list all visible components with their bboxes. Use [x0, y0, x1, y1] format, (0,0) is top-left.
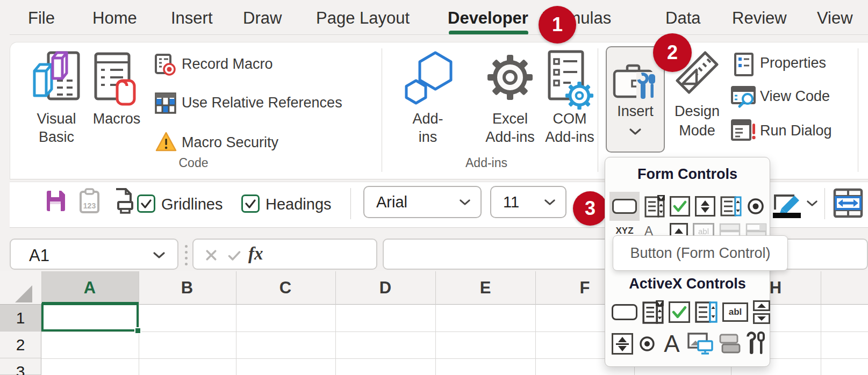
run-dialog-label[interactable]: Run Dialog	[760, 122, 832, 139]
step-badge-2: 2	[653, 33, 692, 72]
com-add-ins-label[interactable]: COM	[543, 111, 597, 127]
row-header-2[interactable]: 2	[0, 331, 41, 358]
column-header-b[interactable]: B	[168, 278, 206, 298]
divider	[824, 188, 825, 219]
activex-controls-title: ActiveX Controls	[605, 276, 770, 292]
com-add-ins-icon[interactable]	[545, 48, 594, 111]
checkbox-form-icon[interactable]	[670, 196, 690, 217]
spin-button-activex-icon[interactable]	[612, 333, 633, 355]
excel-add-ins-label[interactable]: Excel	[483, 111, 537, 127]
record-macro-icon[interactable]	[155, 54, 176, 77]
font-size-select[interactable]: 11	[490, 186, 566, 218]
use-relative-references-label[interactable]: Use Relative References	[182, 95, 342, 111]
chevron-down-icon[interactable]	[806, 200, 818, 207]
visual-basic-label[interactable]: Visual	[30, 111, 83, 127]
tab-data[interactable]: Data	[665, 9, 700, 28]
excel-add-ins-icon[interactable]	[484, 48, 536, 111]
gridlines-checkbox[interactable]	[137, 194, 155, 213]
add-ins-label2[interactable]: ins	[403, 129, 453, 146]
option-button-form-icon[interactable]	[747, 197, 765, 215]
column-header-d[interactable]: D	[367, 278, 404, 298]
tab-draw[interactable]: Draw	[243, 9, 282, 28]
enter-icon[interactable]	[228, 250, 241, 261]
gridline	[335, 305, 336, 375]
more-controls-icon[interactable]	[745, 331, 766, 356]
gridline	[236, 305, 236, 375]
use-relative-references-icon[interactable]	[155, 92, 176, 114]
combo-box-form-icon[interactable]	[644, 195, 665, 218]
formula-bar-splitter[interactable]	[185, 245, 188, 265]
tab-insert[interactable]: Insert	[171, 9, 213, 28]
activex-row1: abl	[612, 300, 770, 324]
spin-button-form-icon[interactable]	[695, 196, 715, 217]
chevron-down-icon	[629, 128, 642, 135]
headings-checkbox[interactable]	[241, 194, 260, 213]
print-preview-icon[interactable]	[112, 188, 135, 214]
column-header-e[interactable]: E	[467, 278, 504, 298]
excel-window: File Home Insert Draw Page Layout Develo…	[0, 0, 868, 375]
tab-home[interactable]: Home	[92, 9, 137, 28]
design-mode-label[interactable]: Design	[671, 103, 723, 120]
insert-briefcase-icon	[613, 60, 659, 102]
toggle-button-activex-icon[interactable]	[718, 334, 741, 354]
option-button-activex-icon[interactable]	[638, 335, 656, 353]
select-all-corner[interactable]	[15, 285, 32, 302]
header-divider	[41, 271, 42, 305]
view-code-label[interactable]: View Code	[760, 88, 830, 105]
macro-security-label[interactable]: Macro Security	[182, 134, 278, 151]
add-ins-label[interactable]: Add-	[403, 111, 453, 127]
row-header-1[interactable]: 1	[0, 305, 41, 331]
header-divider	[139, 271, 139, 305]
button-form-control[interactable]	[609, 192, 640, 221]
scroll-bar-activex-icon[interactable]	[753, 300, 770, 324]
macro-security-icon[interactable]	[155, 131, 177, 153]
visual-basic-icon[interactable]	[31, 48, 82, 110]
font-name-select[interactable]: Arial	[363, 186, 482, 218]
view-code-icon[interactable]	[731, 85, 757, 109]
group-divider	[382, 48, 382, 172]
combo-box-activex-icon[interactable]	[642, 300, 664, 324]
active-cell-a1[interactable]	[41, 303, 139, 331]
list-box-form-icon[interactable]	[720, 196, 742, 217]
properties-icon[interactable]	[734, 53, 755, 76]
properties-label[interactable]: Properties	[760, 55, 826, 71]
record-macro-label[interactable]: Record Macro	[182, 56, 273, 73]
gridline	[435, 305, 436, 375]
column-header-f[interactable]: F	[566, 278, 604, 298]
tab-page-layout[interactable]: Page Layout	[316, 9, 410, 28]
excel-add-ins-label2[interactable]: Add-ins	[483, 129, 537, 146]
cancel-icon[interactable]	[205, 249, 217, 261]
row-header-3[interactable]: 3	[0, 358, 41, 375]
run-dialog-icon[interactable]	[731, 119, 757, 143]
macros-icon[interactable]	[92, 49, 140, 110]
gridlines-label[interactable]: Gridlines	[161, 196, 223, 213]
name-box[interactable]: A1	[10, 239, 178, 270]
image-activex-icon[interactable]	[687, 333, 713, 355]
add-ins-icon[interactable]	[402, 47, 455, 111]
design-mode-label2[interactable]: Mode	[671, 122, 723, 139]
text-box-activex-icon[interactable]: abl	[722, 302, 748, 322]
macros-label[interactable]: Macros	[87, 111, 146, 127]
fill-handle[interactable]	[134, 327, 141, 334]
command-button-activex-icon[interactable]	[612, 304, 637, 320]
tab-file[interactable]: File	[28, 9, 55, 28]
paste-numbers-icon[interactable]: 123	[78, 188, 101, 214]
headings-label[interactable]: Headings	[266, 196, 332, 213]
list-box-activex-icon[interactable]	[695, 301, 718, 323]
group-divider	[858, 48, 858, 172]
checkbox-activex-icon[interactable]	[669, 301, 690, 323]
tab-developer[interactable]: Developer	[448, 9, 528, 28]
column-header-c[interactable]: C	[267, 278, 304, 298]
tab-view[interactable]: View	[817, 9, 853, 28]
label-activex-icon[interactable]: A	[661, 333, 683, 355]
save-icon[interactable]	[45, 189, 67, 213]
column-width-icon[interactable]	[833, 188, 863, 218]
tab-review[interactable]: Review	[732, 9, 787, 28]
label-form-icon[interactable]: XYZ	[609, 226, 640, 236]
insert-function-icon[interactable]: fx	[248, 244, 263, 264]
visual-basic-label2[interactable]: Basic	[30, 129, 83, 146]
step-badge-1: 1	[539, 6, 576, 44]
draw-pen-icon[interactable]	[772, 189, 804, 218]
column-header-a[interactable]: A	[71, 278, 109, 298]
com-add-ins-label2[interactable]: Add-ins	[543, 129, 597, 146]
